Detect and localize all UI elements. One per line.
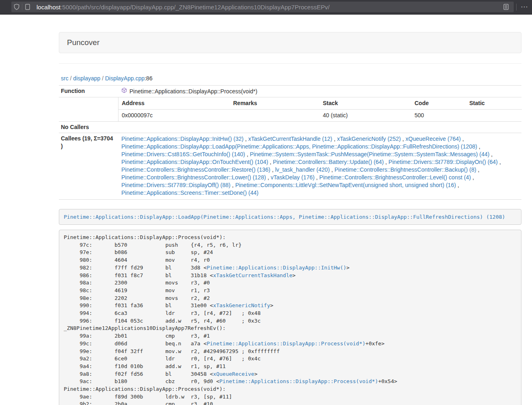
url-text: localhost:5000/path/src/displayapp/Displ… <box>37 4 501 11</box>
callee-link[interactable]: Pinetime::Drivers::St7789::DisplayOn() (… <box>388 159 498 165</box>
stats-table: Address Remarks Stack Code Static 0x0000… <box>118 97 522 121</box>
breadcrumb-link-displayapp[interactable]: displayapp <box>73 75 100 82</box>
menu-icon: ⋯ <box>521 3 528 11</box>
asm-symbol-link[interactable]: Pinetime::Applications::DisplayApp::Init… <box>207 265 346 271</box>
breadcrumb-link-src[interactable]: src <box>61 75 69 82</box>
code-size-value: 500 <box>411 110 466 122</box>
callee-separator: , <box>332 136 337 142</box>
callee-link[interactable]: Pinetime::Controllers::BrightnessControl… <box>121 174 266 181</box>
static-value <box>466 110 522 122</box>
breadcrumb: src / displayapp / DisplayApp.cpp:86 <box>61 74 521 82</box>
url-path: :5000/path/src/displayapp/DisplayApp.cpp… <box>60 4 330 11</box>
remarks-value <box>230 110 320 122</box>
address-value: 0x0000097c <box>118 110 230 122</box>
callee-link[interactable]: Pinetime::Drivers::St7789::DisplayOff() … <box>121 182 230 188</box>
callee-separator: , <box>476 166 480 173</box>
callee-link[interactable]: vTaskDelay (176) <box>271 174 314 181</box>
function-table: Function Pinetime::Applications::Display… <box>59 85 521 200</box>
col-remarks: Remarks <box>230 97 320 110</box>
callee-separator: , <box>498 159 501 165</box>
callee-separator: , <box>230 182 235 188</box>
callee-link[interactable]: Pinetime::Controllers::Battery::Update()… <box>273 159 384 165</box>
stack-value: 40 (static) <box>320 110 411 122</box>
callee-separator: , <box>489 151 493 157</box>
callee-link[interactable]: Pinetime::Controllers::BrightnessControl… <box>334 166 476 173</box>
reader-mode-icon[interactable] <box>501 2 511 12</box>
callee-separator: , <box>471 174 474 181</box>
col-stack: Stack <box>320 97 411 110</box>
stats-header-row: Address Remarks Stack Code Static <box>118 97 522 110</box>
callee-link[interactable]: Pinetime::Drivers::Cst816S::GetTouchInfo… <box>121 151 245 157</box>
callee-separator: , <box>401 136 406 142</box>
callees-list: Pinetime::Applications::DisplayApp::Init… <box>118 133 521 200</box>
callee-separator: , <box>456 182 459 188</box>
page-container: Puncover src / displayapp / DisplayApp.c… <box>59 32 521 405</box>
col-address: Address <box>118 97 230 110</box>
asm-symbol-link[interactable]: xQueueReceive <box>213 371 254 377</box>
callee-link[interactable]: xTaskGenericNotify (252) <box>337 136 401 142</box>
asm-symbol-link[interactable]: xTaskGetCurrentTaskHandle <box>213 272 293 278</box>
callee-separator: , <box>461 136 464 142</box>
highlighted-symbol-box: Pinetime::Applications::DisplayApp::Load… <box>59 209 521 225</box>
callee-link[interactable]: Pinetime::Applications::DisplayApp::Init… <box>121 136 243 142</box>
asm-symbol-link[interactable]: Pinetime::Applications::DisplayApp::Proc… <box>207 340 365 347</box>
callee-separator: , <box>268 159 273 165</box>
highlighted-symbol-link[interactable]: Pinetime::Applications::DisplayApp::Load… <box>64 214 505 220</box>
function-label: Function <box>59 86 118 97</box>
url-bar[interactable]: localhost:5000/path/src/displayapp/Displ… <box>11 2 514 12</box>
app-header: Puncover <box>59 32 521 53</box>
divider <box>59 63 521 64</box>
callee-separator: , <box>384 159 389 165</box>
callee-link[interactable]: xQueueReceive (764) <box>405 136 461 142</box>
callee-separator: , <box>330 166 335 173</box>
callee-separator: , <box>314 174 319 181</box>
browser-toolbar: localhost:5000/path/src/displayapp/Displ… <box>0 0 532 15</box>
callee-separator: , <box>245 151 250 157</box>
asm-symbol-link[interactable]: xTaskGenericNotify <box>213 302 270 308</box>
toolbar-divider <box>516 4 517 11</box>
callee-link[interactable]: Pinetime::Applications::DisplayApp::OnTo… <box>121 159 268 165</box>
stats-value-row: 0x0000097c 40 (static) 500 <box>118 110 522 122</box>
callee-link[interactable]: Pinetime::Applications::DisplayApp::Load… <box>121 143 477 150</box>
asm-symbol-link[interactable]: Pinetime::Applications::DisplayApp::Proc… <box>220 378 378 384</box>
stats-row: Address Remarks Stack Code Static 0x0000… <box>59 97 521 122</box>
callee-link[interactable]: Pinetime::Applications::Screens::Timer::… <box>121 190 258 196</box>
breadcrumb-line-number: :86 <box>144 75 152 82</box>
callee-separator: , <box>266 174 271 181</box>
callers-row: No Callers <box>59 122 521 133</box>
function-name: Pinetime::Applications::DisplayApp::Proc… <box>129 88 257 95</box>
package-cube-icon <box>121 87 127 95</box>
callee-link[interactable]: lv_task_handler (420) <box>275 166 330 173</box>
breadcrumb-link-displayapp-cpp[interactable]: DisplayApp.cpp <box>105 75 144 82</box>
function-row: Function Pinetime::Applications::Display… <box>59 86 521 97</box>
callee-link[interactable]: Pinetime::Controllers::BrightnessControl… <box>319 174 471 181</box>
url-host: localhost <box>37 4 60 11</box>
breadcrumb-separator: / <box>100 75 105 82</box>
code-listing: Pinetime::Applications::DisplayApp::Proc… <box>59 230 521 405</box>
menu-button[interactable]: ⋯ <box>518 2 531 12</box>
callees-label: Callees (19, Σ=3704 ) <box>59 133 118 200</box>
callees-row: Callees (19, Σ=3704 ) Pinetime::Applicat… <box>59 133 521 200</box>
col-static: Static <box>466 97 522 110</box>
callee-link[interactable]: xTaskGetCurrentTaskHandle (12) <box>248 136 332 142</box>
breadcrumb-separator: / <box>69 75 73 82</box>
no-callers-label: No Callers <box>59 122 118 133</box>
shield-icon[interactable] <box>11 2 22 12</box>
col-code: Code <box>411 97 466 110</box>
page-title: Puncover <box>67 38 99 47</box>
page-icon[interactable] <box>22 2 33 12</box>
callee-separator: , <box>270 166 275 173</box>
callee-link[interactable]: Pinetime::System::SystemTask::PushMessag… <box>250 151 490 157</box>
callee-link[interactable]: Pinetime::Components::LittleVgl::SetNewT… <box>235 182 456 188</box>
callee-separator: , <box>477 143 480 150</box>
callee-separator: , <box>243 136 248 142</box>
callee-link[interactable]: Pinetime::Controllers::BrightnessControl… <box>121 166 270 173</box>
